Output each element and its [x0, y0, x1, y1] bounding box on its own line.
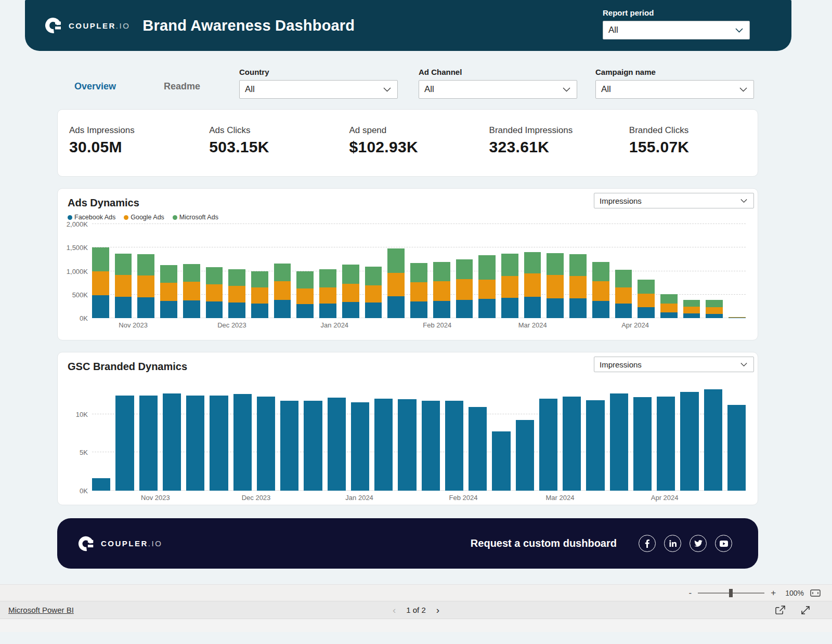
bar[interactable]	[633, 381, 652, 491]
next-page-chevron-icon[interactable]: ›	[436, 604, 439, 616]
bar-segment-microsoft-ads[interactable]	[569, 254, 587, 276]
bar[interactable]	[137, 224, 154, 318]
bar-segment-impressions[interactable]	[280, 401, 298, 491]
bar-segment-microsoft-ads[interactable]	[365, 267, 382, 285]
bar-segment-impressions[interactable]	[163, 393, 181, 491]
bar-segment-google-ads[interactable]	[92, 271, 109, 295]
fullscreen-icon[interactable]	[801, 606, 810, 615]
bar[interactable]	[374, 381, 393, 491]
bar-segment-impressions[interactable]	[445, 401, 463, 491]
bar[interactable]	[445, 381, 463, 491]
bar[interactable]	[342, 224, 359, 318]
bar[interactable]	[304, 381, 322, 491]
bar-segment-microsoft-ads[interactable]	[342, 265, 359, 284]
bar-segment-facebook-ads[interactable]	[206, 301, 223, 318]
bar[interactable]	[433, 224, 450, 318]
bar[interactable]	[328, 381, 346, 491]
bar-segment-facebook-ads[interactable]	[433, 301, 450, 318]
bar-segment-microsoft-ads[interactable]	[683, 300, 700, 307]
bar[interactable]	[206, 224, 223, 318]
bar[interactable]	[398, 381, 416, 491]
bar-segment-microsoft-ads[interactable]	[274, 264, 291, 281]
bar[interactable]	[563, 381, 581, 491]
bar-segment-microsoft-ads[interactable]	[160, 265, 177, 283]
bar[interactable]	[657, 381, 675, 491]
bar-segment-google-ads[interactable]	[115, 275, 132, 297]
bar-segment-microsoft-ads[interactable]	[547, 253, 564, 275]
zoom-slider-handle[interactable]	[729, 589, 733, 597]
bar-segment-impressions[interactable]	[422, 401, 440, 491]
bar[interactable]	[492, 381, 510, 491]
share-icon[interactable]	[775, 606, 785, 615]
bar-segment-microsoft-ads[interactable]	[251, 271, 268, 287]
bar-segment-facebook-ads[interactable]	[387, 296, 405, 318]
bar-segment-impressions[interactable]	[516, 420, 534, 491]
bar-segment-microsoft-ads[interactable]	[501, 254, 518, 276]
facebook-icon[interactable]	[639, 535, 656, 552]
bar[interactable]	[251, 224, 268, 318]
youtube-icon[interactable]	[715, 535, 732, 552]
legend-item-google-ads[interactable]: Google Ads	[124, 214, 164, 221]
bar[interactable]	[660, 224, 678, 318]
bar-segment-microsoft-ads[interactable]	[410, 263, 427, 282]
bar-segment-google-ads[interactable]	[365, 285, 382, 303]
bar[interactable]	[233, 381, 252, 491]
bar-segment-facebook-ads[interactable]	[296, 304, 314, 318]
bar-segment-microsoft-ads[interactable]	[137, 254, 154, 275]
bar[interactable]	[706, 224, 723, 318]
bar-segment-facebook-ads[interactable]	[115, 297, 132, 318]
bar-segment-microsoft-ads[interactable]	[660, 294, 678, 304]
report-period-select[interactable]: All	[603, 21, 750, 40]
bar-segment-impressions[interactable]	[657, 397, 675, 491]
bar-segment-google-ads[interactable]	[478, 280, 496, 299]
previous-page-chevron-icon[interactable]: ‹	[393, 604, 396, 616]
bar[interactable]	[365, 224, 382, 318]
bar-segment-google-ads[interactable]	[683, 307, 700, 313]
bar[interactable]	[469, 381, 487, 491]
bar-segment-microsoft-ads[interactable]	[115, 254, 132, 275]
bar-segment-facebook-ads[interactable]	[183, 300, 200, 318]
bar-segment-microsoft-ads[interactable]	[387, 248, 405, 273]
bar-segment-microsoft-ads[interactable]	[456, 259, 473, 279]
bar-segment-google-ads[interactable]	[569, 276, 587, 298]
bar-segment-facebook-ads[interactable]	[729, 318, 746, 318]
bar[interactable]	[387, 224, 405, 318]
bar-segment-google-ads[interactable]	[706, 307, 723, 314]
bar-segment-impressions[interactable]	[92, 478, 110, 491]
twitter-icon[interactable]	[690, 535, 707, 552]
tab-overview[interactable]: Overview	[74, 81, 116, 92]
bar[interactable]	[92, 224, 109, 318]
bar-segment-google-ads[interactable]	[251, 287, 268, 303]
bar-segment-facebook-ads[interactable]	[547, 298, 564, 318]
request-custom-dashboard-link[interactable]: Request a custom dushboard	[471, 537, 617, 549]
bar-segment-impressions[interactable]	[563, 397, 581, 491]
bar-segment-facebook-ads[interactable]	[592, 301, 609, 318]
ads-metric-select[interactable]: Impressions	[594, 193, 754, 208]
zoom-out-button[interactable]: -	[689, 588, 692, 597]
fit-to-page-icon[interactable]	[810, 589, 821, 597]
bar-segment-google-ads[interactable]	[137, 275, 154, 297]
bar[interactable]	[539, 381, 557, 491]
bar-segment-google-ads[interactable]	[183, 282, 200, 300]
bar-segment-facebook-ads[interactable]	[638, 307, 655, 318]
filter-campaign-name-select[interactable]: All	[595, 80, 754, 99]
bar[interactable]	[569, 224, 587, 318]
tab-readme[interactable]: Readme	[164, 81, 200, 92]
bar[interactable]	[638, 224, 655, 318]
bar[interactable]	[615, 224, 632, 318]
bar-segment-microsoft-ads[interactable]	[228, 269, 245, 286]
bar-segment-impressions[interactable]	[680, 392, 698, 491]
bar[interactable]	[115, 381, 134, 491]
bar-segment-microsoft-ads[interactable]	[638, 280, 655, 293]
bar[interactable]	[422, 381, 440, 491]
bar-segment-google-ads[interactable]	[456, 279, 473, 300]
bar-segment-google-ads[interactable]	[660, 304, 678, 312]
bar-segment-impressions[interactable]	[233, 394, 252, 491]
bar-segment-impressions[interactable]	[374, 399, 393, 491]
bar-segment-microsoft-ads[interactable]	[592, 262, 609, 281]
bar[interactable]	[351, 381, 369, 491]
bar[interactable]	[274, 224, 291, 318]
bar-segment-google-ads[interactable]	[615, 287, 632, 304]
bar-segment-google-ads[interactable]	[524, 273, 541, 296]
gsc-metric-select[interactable]: Impressions	[594, 357, 754, 372]
